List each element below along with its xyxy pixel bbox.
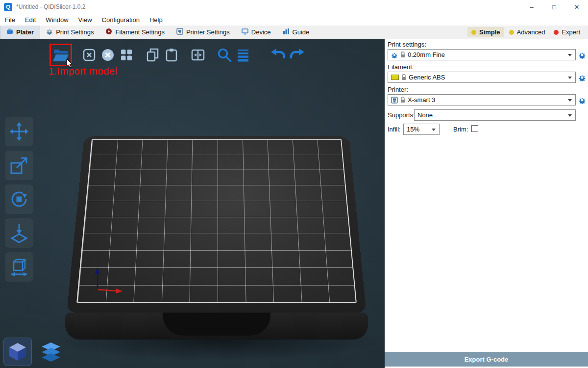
axes-indicator-icon: [93, 267, 125, 293]
paste-button[interactable]: [162, 46, 181, 64]
mode-label: Advanced: [517, 28, 545, 36]
mode-label: Expert: [562, 28, 580, 36]
menu-view[interactable]: View: [74, 16, 97, 24]
editor-view-button[interactable]: [4, 338, 31, 366]
export-gcode-button[interactable]: Export G-code: [385, 352, 588, 367]
redo-button[interactable]: [288, 46, 306, 64]
scale-icon: [9, 156, 29, 175]
print-settings-value: 0.20mm Fine: [408, 51, 445, 58]
mode-selector: Simple Advanced Expert: [467, 26, 588, 39]
infill-value: 15%: [407, 126, 419, 133]
tutorial-annotation: 1.Import model: [49, 66, 117, 77]
close-button[interactable]: ✕: [565, 0, 588, 14]
maximize-button[interactable]: □: [543, 0, 565, 14]
tab-device[interactable]: Device: [236, 26, 277, 39]
mode-advanced[interactable]: Advanced: [505, 27, 549, 37]
printer-value: X-smart 3: [408, 96, 435, 104]
mode-simple[interactable]: Simple: [467, 27, 504, 37]
delete-button[interactable]: [80, 46, 98, 64]
gear-icon: [578, 74, 586, 81]
monitor-icon: [242, 28, 248, 36]
guide-bars-icon: [283, 28, 290, 36]
scale-button[interactable]: [5, 151, 33, 180]
tab-print-settings[interactable]: Print Settings: [40, 26, 99, 39]
copy-icon: [146, 48, 160, 62]
gear-icon: [391, 52, 398, 58]
tab-plater[interactable]: Plater: [0, 26, 40, 39]
menu-configuration[interactable]: Configuration: [97, 16, 145, 24]
plater-icon: [6, 28, 13, 36]
preview-view-button[interactable]: [37, 338, 65, 366]
supports-combo[interactable]: None: [414, 109, 576, 121]
tab-guide[interactable]: Guide: [277, 26, 316, 39]
titlebar: Q *Untitled - QIDISlicer-1.0.2 – □ ✕: [0, 0, 588, 14]
layers-stack-icon: [40, 342, 62, 362]
place-on-face-button[interactable]: [5, 218, 33, 248]
printer-gear-button[interactable]: [578, 96, 587, 105]
arrange-button[interactable]: [117, 46, 136, 64]
place-on-face-icon: [9, 223, 29, 243]
filament-spool-icon: [105, 28, 112, 36]
gear-icon: [578, 96, 586, 104]
filament-combo[interactable]: Generic ABS: [388, 72, 576, 83]
delete-all-button[interactable]: [98, 46, 117, 64]
printer-label: Printer:: [388, 86, 408, 93]
print-settings-label: Print settings:: [388, 41, 426, 48]
menu-window[interactable]: Window: [41, 16, 73, 24]
view-toolbar: [4, 338, 65, 366]
window-title: *Untitled - QIDISlicer-1.0.2: [16, 3, 85, 10]
supports-value: None: [417, 111, 433, 119]
redo-icon: [289, 48, 305, 62]
brim-checkbox[interactable]: [471, 125, 478, 132]
split-view-button[interactable]: [189, 46, 207, 64]
lock-icon: [400, 52, 405, 58]
printer-icon: [176, 28, 183, 36]
minimize-button[interactable]: –: [520, 0, 543, 14]
tab-label: Print Settings: [56, 28, 94, 36]
infill-label: Infill:: [388, 126, 401, 133]
menu-file[interactable]: File: [0, 16, 20, 24]
undo-button[interactable]: [269, 46, 288, 64]
mode-expert[interactable]: Expert: [550, 27, 584, 37]
filament-color-swatch: [391, 75, 399, 80]
bed-handle-notch: [163, 313, 270, 336]
filament-gear-button[interactable]: [578, 73, 587, 82]
viewport-3d[interactable]: 1.Import model: [0, 39, 385, 368]
gear-icon: [578, 51, 586, 59]
menu-edit[interactable]: Edit: [20, 16, 41, 24]
menu-help[interactable]: Help: [145, 16, 168, 24]
tab-label: Guide: [293, 28, 310, 36]
rotate-button[interactable]: [5, 184, 33, 214]
print-settings-gear-button[interactable]: [578, 51, 587, 59]
settings-panel: Print settings: 0.20mm Fine Filament: Ge…: [385, 39, 588, 368]
printer-icon: [391, 97, 398, 104]
layer-height-icon: [236, 48, 250, 62]
tab-label: Plater: [16, 28, 34, 36]
filament-label: Filament:: [388, 63, 414, 71]
supports-label: Supports:: [388, 111, 415, 119]
advanced-mode-dot-icon: [509, 30, 514, 35]
print-settings-combo[interactable]: 0.20mm Fine: [388, 49, 576, 60]
undo-icon: [270, 48, 287, 62]
move-button[interactable]: [5, 117, 33, 146]
tab-printer-settings[interactable]: Printer Settings: [171, 26, 236, 39]
measure-button[interactable]: [5, 252, 33, 282]
simple-mode-dot-icon: [471, 30, 476, 35]
tab-filament-settings[interactable]: Filament Settings: [99, 26, 170, 39]
lock-icon: [400, 97, 405, 103]
measure-icon: [9, 257, 29, 277]
object-toolbar: [49, 44, 306, 66]
gizmo-toolbar: [5, 117, 33, 282]
search-button[interactable]: [215, 46, 234, 64]
mode-label: Simple: [479, 28, 500, 36]
expert-mode-dot-icon: [554, 30, 559, 35]
tab-label: Device: [251, 28, 271, 36]
printer-combo[interactable]: X-smart 3: [388, 94, 576, 105]
infill-combo[interactable]: 15%: [403, 124, 440, 135]
gear-icon: [46, 28, 53, 36]
app-logo-icon: Q: [4, 3, 12, 11]
variable-layer-height-button[interactable]: [234, 46, 252, 64]
cube-icon: [7, 342, 28, 362]
tab-label: Filament Settings: [115, 28, 164, 36]
copy-button[interactable]: [144, 46, 162, 64]
